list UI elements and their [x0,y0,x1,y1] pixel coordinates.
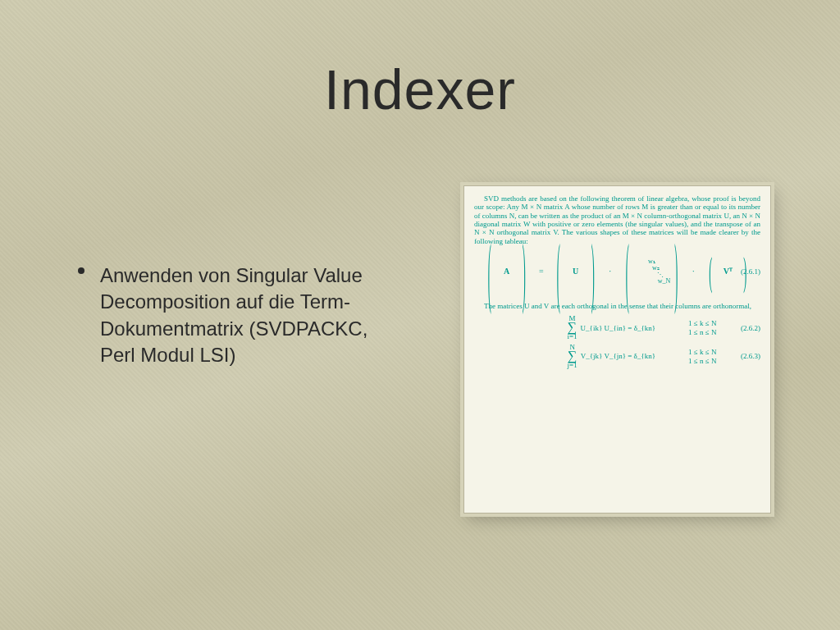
equation-tag: (2.6.3) [741,352,760,360]
summation-icon: M ∑ i=1 [568,315,578,340]
summation-icon: N ∑ j=1 [568,344,578,369]
equation-tag: (2.6.1) [741,267,760,276]
equation-tag: (2.6.2) [741,324,760,332]
bullet-dot-icon [78,267,84,274]
paren-icon: ( [626,232,629,311]
conditions: 1 ≤ k ≤ N 1 ≤ n ≤ N [688,348,716,366]
matrix-VT: Vᵀ [713,267,742,276]
equals-sign: = [527,267,556,276]
orthonormal-eq-U: M ∑ i=1 U_{ik} U_{in} = δ_{kn} 1 ≤ k ≤ N… [523,315,760,340]
intro-paragraph: SVD methods are based on the following t… [474,194,760,245]
matrix-W-diagonal: w₁ w₂ ⋱ w_N [630,258,674,285]
matrix-U: U [561,267,591,276]
sum-lower: j=1 [568,362,578,369]
wN: w_N [658,278,671,285]
cond-k: 1 ≤ k ≤ N [688,319,716,328]
slide-title: Indexer [0,57,840,121]
conditions: 1 ≤ k ≤ N 1 ≤ n ≤ N [688,319,716,337]
paren-icon: ( [488,232,491,311]
cond-n: 1 ≤ n ≤ N [688,357,716,366]
mid-paragraph: The matrices U and V are each orthogonal… [474,302,760,310]
svd-excerpt-panel: SVD methods are based on the following t… [463,185,771,514]
orthonormal-eq-V: N ∑ j=1 V_{jk} V_{jn} = δ_{kn} 1 ≤ k ≤ N… [523,344,760,369]
paren-icon: ) [523,232,526,311]
cond-n: 1 ≤ n ≤ N [688,328,716,337]
equation-body: U_{ik} U_{in} = δ_{kn} [581,324,656,332]
equation-body: V_{jk} V_{jn} = δ_{kn} [581,352,655,360]
paren-icon: ) [591,232,595,311]
dot-operator: · [678,267,708,276]
paren-icon: ( [709,252,712,291]
bullet-text: Anwenden von Singular Value Decompositio… [82,262,377,369]
paren-icon: ( [557,232,560,311]
matrix-A: A [492,267,522,276]
svd-decomposition-equation: ( A ) = ( U ) · ( w₁ w₂ ⋱ w_N ) · ( Vᵀ )… [474,258,760,285]
paren-icon: ) [674,232,678,311]
sum-lower: i=1 [568,333,578,340]
bullet-item: Anwenden von Singular Value Decompositio… [82,262,377,369]
cond-k: 1 ≤ k ≤ N [688,348,716,357]
dot-operator: · [596,267,625,276]
